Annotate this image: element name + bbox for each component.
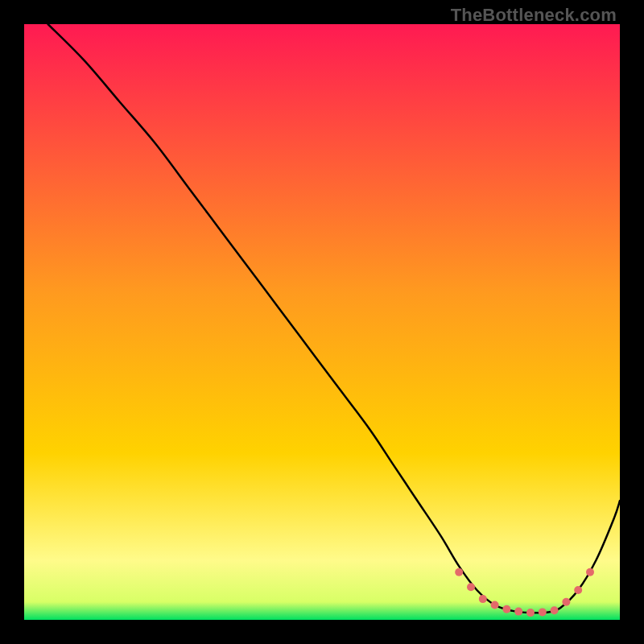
optimal-marker-dot <box>562 598 570 606</box>
optimal-marker-dot <box>479 595 487 603</box>
optimal-marker-dot <box>467 583 475 591</box>
optimal-marker-dot <box>574 586 582 594</box>
optimal-marker-dot <box>491 601 499 609</box>
optimal-marker-dot <box>514 608 522 616</box>
optimal-marker-dot <box>455 568 463 576</box>
optimal-marker-dot <box>586 568 594 576</box>
chart-frame <box>24 24 620 620</box>
optimal-marker-dot <box>526 609 535 617</box>
optimal-marker-dot <box>502 605 510 613</box>
optimal-marker-dot <box>539 608 547 616</box>
gradient-background <box>24 24 620 620</box>
watermark-text: TheBottleneck.com <box>451 5 617 26</box>
optimal-marker-dot <box>551 606 559 614</box>
bottleneck-chart <box>24 24 620 620</box>
